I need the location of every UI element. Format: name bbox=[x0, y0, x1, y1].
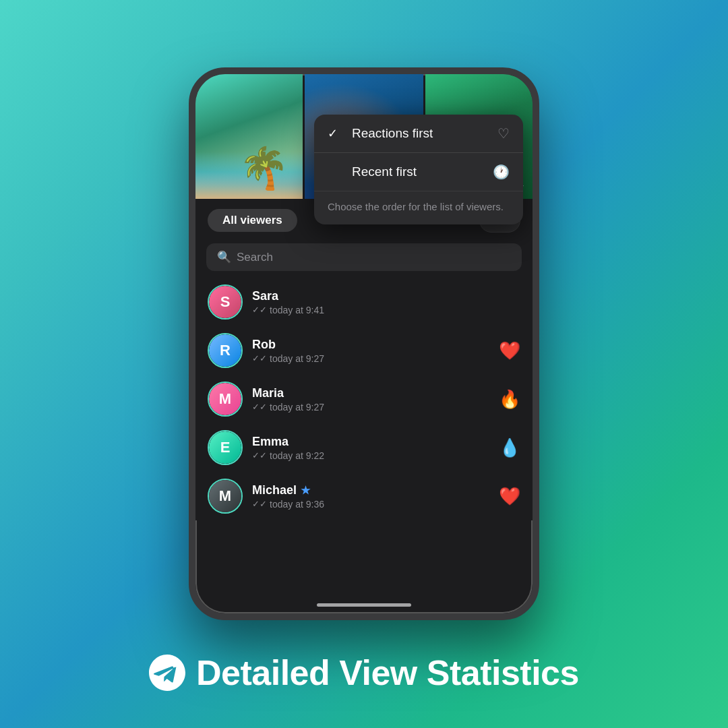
viewer-row: M Maria ✓✓ today at 9:27 🔥 bbox=[195, 375, 533, 423]
reaction-emoji: ❤️ bbox=[499, 486, 520, 507]
search-bar[interactable]: 🔍 Search bbox=[206, 243, 522, 271]
search-placeholder: Search bbox=[237, 251, 273, 264]
viewer-info: Sara ✓✓ today at 9:41 bbox=[252, 289, 520, 315]
viewer-name: Rob bbox=[252, 338, 489, 352]
phone-frame: 🌴 👁 346 🤍 48 ⛵ bbox=[189, 67, 539, 620]
reaction-emoji: ❤️ bbox=[499, 340, 520, 361]
viewer-info: Emma ✓✓ today at 9:22 bbox=[252, 435, 489, 461]
reaction-emoji: 💧 bbox=[499, 437, 520, 458]
read-check-icon: ✓✓ bbox=[252, 305, 267, 315]
viewer-info: Michael ★ ✓✓ today at 9:36 bbox=[252, 483, 489, 510]
search-icon: 🔍 bbox=[217, 250, 231, 264]
palm-tree-icon: 🌴 bbox=[239, 144, 289, 192]
avatar-sara: S bbox=[209, 286, 241, 318]
avatar-emma: E bbox=[209, 431, 241, 464]
viewer-name: Michael ★ bbox=[252, 483, 489, 497]
avatar-maria: M bbox=[209, 383, 241, 415]
viewer-time: ✓✓ today at 9:27 bbox=[252, 353, 489, 364]
check-icon: ✓ bbox=[328, 126, 342, 141]
dropdown-tooltip: Choose the order for the list of viewers… bbox=[314, 191, 523, 224]
avatar: M bbox=[208, 382, 243, 417]
viewer-time: ✓✓ today at 9:41 bbox=[252, 305, 520, 315]
viewer-name: Sara bbox=[252, 289, 520, 303]
viewer-name: Emma bbox=[252, 435, 489, 449]
avatar-michael: M bbox=[209, 480, 241, 512]
viewer-info: Maria ✓✓ today at 9:27 bbox=[252, 386, 489, 413]
read-check-icon: ✓✓ bbox=[252, 353, 267, 363]
page-wrapper: 🌴 👁 346 🤍 48 ⛵ bbox=[0, 0, 728, 728]
viewer-time: ✓✓ today at 9:22 bbox=[252, 450, 489, 461]
viewer-row: E Emma ✓✓ today at 9:22 💧 bbox=[195, 423, 533, 472]
viewers-list: S Sara ✓✓ today at 9:41 R bbox=[195, 278, 533, 520]
reactions-first-label: Reactions first bbox=[352, 126, 488, 141]
viewer-row: R Rob ✓✓ today at 9:27 ❤️ bbox=[195, 326, 533, 375]
sort-dropdown: ✓ Reactions first ♡ Recent first 🕐 Choos… bbox=[314, 115, 523, 224]
avatar: M bbox=[208, 479, 243, 514]
heart-icon: ♡ bbox=[497, 125, 510, 142]
viewer-time: ✓✓ today at 9:27 bbox=[252, 402, 489, 413]
read-check-icon: ✓✓ bbox=[252, 499, 267, 509]
reactions-first-option[interactable]: ✓ Reactions first ♡ bbox=[314, 115, 523, 153]
telegram-logo-icon bbox=[149, 655, 185, 691]
premium-star-icon: ★ bbox=[301, 484, 310, 497]
viewer-row: S Sara ✓✓ today at 9:41 bbox=[195, 278, 533, 326]
viewers-panel: All viewers Contacts ♡ ∨ 🔍 Search S bbox=[195, 199, 533, 520]
avatar: S bbox=[208, 284, 243, 320]
phone-home-indicator bbox=[317, 603, 411, 607]
read-check-icon: ✓✓ bbox=[252, 450, 267, 460]
reaction-emoji: 🔥 bbox=[499, 389, 520, 410]
avatar: R bbox=[208, 333, 243, 368]
viewer-row: M Michael ★ ✓✓ today at 9:36 ❤️ bbox=[195, 472, 533, 520]
read-check-icon: ✓✓ bbox=[252, 402, 267, 412]
bottom-title: Detailed View Statistics bbox=[196, 653, 579, 693]
recent-first-option[interactable]: Recent first 🕐 bbox=[314, 153, 523, 191]
tab-all-viewers[interactable]: All viewers bbox=[208, 209, 297, 232]
bottom-section: Detailed View Statistics bbox=[0, 653, 728, 693]
avatar-rob: R bbox=[209, 334, 241, 367]
clock-icon: 🕐 bbox=[493, 164, 510, 180]
avatar: E bbox=[208, 430, 243, 465]
viewer-info: Rob ✓✓ today at 9:27 bbox=[252, 338, 489, 364]
beach-image: 🌴 bbox=[195, 74, 303, 199]
viewer-time: ✓✓ today at 9:36 bbox=[252, 499, 489, 510]
viewer-name: Maria bbox=[252, 386, 489, 400]
recent-first-label: Recent first bbox=[352, 164, 483, 179]
